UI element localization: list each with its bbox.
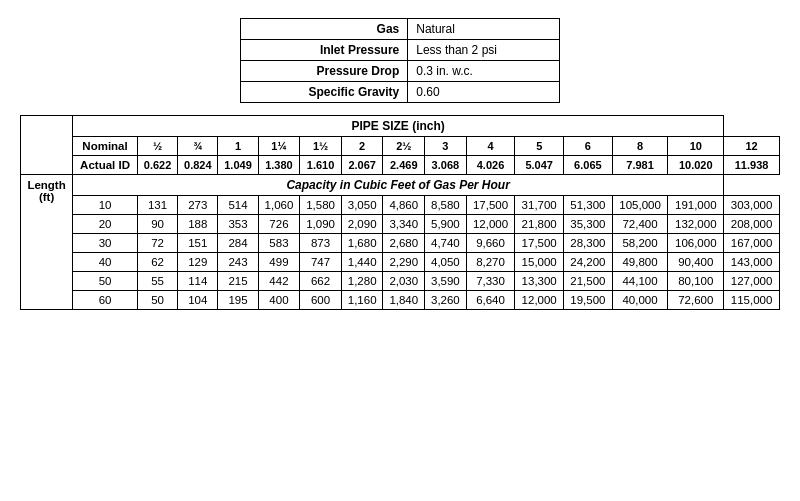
capacity-label: Capacity in Cubic Feet of Gas Per Hour [73,175,724,196]
actual-label: Actual ID [73,156,138,175]
data-row-1: 20901883537261,0902,0903,3405,90012,0002… [21,215,780,234]
actual-id-8: 4.026 [466,156,515,175]
cell-2-3: 583 [258,234,300,253]
nominal-4: 1½ [300,137,342,156]
cell-5-4: 600 [300,291,342,310]
length-value-1: 20 [73,215,138,234]
nominal-11: 8 [612,137,668,156]
cell-1-9: 21,800 [515,215,564,234]
nominal-3: 1¼ [258,137,300,156]
cell-1-13: 208,000 [724,215,780,234]
length-value-4: 50 [73,272,138,291]
actual-id-4: 1.610 [300,156,342,175]
cell-2-2: 284 [218,234,258,253]
cell-0-6: 4,860 [383,196,425,215]
info-table-wrapper: GasNaturalInlet PressureLess than 2 psiP… [20,18,780,109]
cell-4-9: 13,300 [515,272,564,291]
cell-3-5: 1,440 [341,253,383,272]
nominal-10: 6 [564,137,613,156]
cell-3-11: 49,800 [612,253,668,272]
actual-id-13: 11.938 [724,156,780,175]
cell-1-3: 726 [258,215,300,234]
cell-0-2: 514 [218,196,258,215]
cell-2-8: 9,660 [466,234,515,253]
cell-5-1: 104 [178,291,218,310]
nominal-label: Nominal [73,137,138,156]
actual-id-12: 10.020 [668,156,724,175]
cell-1-1: 188 [178,215,218,234]
actual-id-11: 7.981 [612,156,668,175]
cell-0-4: 1,580 [300,196,342,215]
cell-5-9: 12,000 [515,291,564,310]
nominal-5: 2 [341,137,383,156]
cell-0-13: 303,000 [724,196,780,215]
cell-4-11: 44,100 [612,272,668,291]
cell-5-0: 50 [137,291,177,310]
cell-3-6: 2,290 [383,253,425,272]
cell-4-0: 55 [137,272,177,291]
cell-1-2: 353 [218,215,258,234]
cell-1-7: 5,900 [425,215,467,234]
cell-2-10: 28,300 [564,234,613,253]
actual-id-6: 2.469 [383,156,425,175]
cell-0-11: 105,000 [612,196,668,215]
info-row-2: Pressure Drop0.3 in. w.c. [241,61,560,82]
cell-0-3: 1,060 [258,196,300,215]
actual-id-10: 6.065 [564,156,613,175]
cell-4-13: 127,000 [724,272,780,291]
cell-3-7: 4,050 [425,253,467,272]
cell-0-10: 51,300 [564,196,613,215]
info-value-2: 0.3 in. w.c. [408,61,560,82]
actual-id-2: 1.049 [218,156,258,175]
length-value-3: 40 [73,253,138,272]
corner-cell [21,116,73,175]
cell-0-12: 191,000 [668,196,724,215]
cell-5-12: 72,600 [668,291,724,310]
cell-1-0: 90 [137,215,177,234]
nominal-0: ½ [137,137,177,156]
cell-3-13: 143,000 [724,253,780,272]
data-row-5: 60501041954006001,1601,8403,2606,64012,0… [21,291,780,310]
cell-4-6: 2,030 [383,272,425,291]
cell-2-9: 17,500 [515,234,564,253]
data-row-2: 30721512845838731,6802,6804,7409,66017,5… [21,234,780,253]
cell-1-6: 3,340 [383,215,425,234]
cell-2-4: 873 [300,234,342,253]
pipe-size-header: PIPE SIZE (inch) [73,116,724,137]
info-label-2: Pressure Drop [241,61,408,82]
cell-2-11: 58,200 [612,234,668,253]
data-row-4: 50551142154426621,2802,0303,5907,33013,3… [21,272,780,291]
cell-4-10: 21,500 [564,272,613,291]
cell-3-1: 129 [178,253,218,272]
cell-4-8: 7,330 [466,272,515,291]
cell-3-12: 90,400 [668,253,724,272]
cell-4-2: 215 [218,272,258,291]
cell-4-5: 1,280 [341,272,383,291]
cell-5-3: 400 [258,291,300,310]
length-value-5: 60 [73,291,138,310]
cell-0-5: 3,050 [341,196,383,215]
cell-3-8: 8,270 [466,253,515,272]
actual-id-5: 2.067 [341,156,383,175]
cell-3-9: 15,000 [515,253,564,272]
nominal-7: 3 [425,137,467,156]
cell-2-1: 151 [178,234,218,253]
actual-id-9: 5.047 [515,156,564,175]
cell-4-12: 80,100 [668,272,724,291]
cell-0-1: 273 [178,196,218,215]
cell-4-3: 442 [258,272,300,291]
info-table: GasNaturalInlet PressureLess than 2 psiP… [240,18,560,103]
cell-5-5: 1,160 [341,291,383,310]
cell-1-4: 1,090 [300,215,342,234]
info-label-1: Inlet Pressure [241,40,408,61]
cell-1-12: 132,000 [668,215,724,234]
cell-4-1: 114 [178,272,218,291]
main-table: PIPE SIZE (inch)Nominal½¾11¼1½22½3456810… [20,115,780,310]
cell-3-4: 747 [300,253,342,272]
nominal-9: 5 [515,137,564,156]
nominal-6: 2½ [383,137,425,156]
info-row-1: Inlet PressureLess than 2 psi [241,40,560,61]
cell-1-8: 12,000 [466,215,515,234]
cell-5-2: 195 [218,291,258,310]
cell-1-5: 2,090 [341,215,383,234]
